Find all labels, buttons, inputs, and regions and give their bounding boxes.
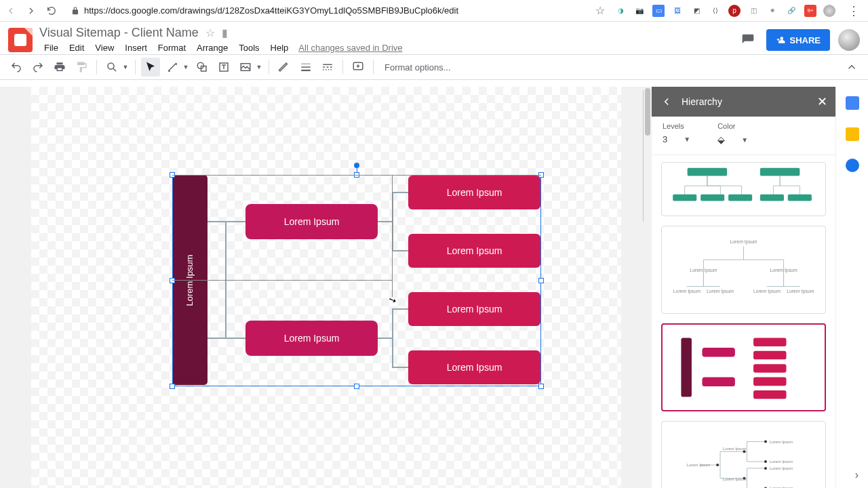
textbox-tool[interactable] [214,58,233,77]
ext-icon-9[interactable]: ✷ [766,5,778,17]
toolbar: ▼ ▼ ▼ Format options... [0,54,868,80]
ext-icon-7[interactable]: p [728,5,741,17]
menu-arrange[interactable]: Arrange [192,41,233,54]
chrome-menu-icon[interactable]: ⋮ [845,3,863,18]
nav-back-icon[interactable] [5,5,16,16]
line-tool[interactable] [163,58,182,77]
tasks-addon-icon[interactable] [846,159,859,172]
redo-button[interactable] [28,58,47,77]
line-color-button[interactable] [275,58,294,77]
line-dash-button[interactable] [318,58,337,77]
ext-icon-8[interactable]: ◫ [747,5,760,17]
calendar-addon-icon[interactable] [846,96,859,110]
svg-text:Lorem Ipsum: Lorem Ipsum [730,239,757,245]
shape-tool[interactable] [193,58,212,77]
svg-rect-35 [753,351,786,360]
ext-icon-3[interactable]: ▭ [652,5,665,17]
format-options-button[interactable]: Format options... [379,62,456,73]
resize-handle-se[interactable] [538,384,544,389]
lock-icon [71,6,80,16]
ext-icon-5[interactable]: ◩ [690,5,703,17]
ext-icon-1[interactable]: ◑ [614,5,627,17]
line-dropdown[interactable]: ▼ [182,64,190,70]
chevron-down-icon: ▼ [684,136,690,143]
svg-point-0 [108,63,114,69]
menu-edit[interactable]: Edit [64,41,89,54]
print-button[interactable] [50,58,69,77]
comments-icon[interactable] [738,30,758,50]
panel-close-icon[interactable]: ✕ [817,94,827,109]
levels-control[interactable]: Levels 3▼ [663,122,690,145]
svg-rect-10 [327,66,329,68]
svg-rect-31 [681,338,692,396]
svg-rect-33 [702,378,734,387]
menu-file[interactable]: File [39,41,63,54]
line-weight-button[interactable] [296,58,315,77]
svg-rect-18 [760,168,800,176]
menu-insert[interactable]: Insert [120,41,152,54]
svg-point-42 [764,441,767,443]
svg-text:Lorem Ipsum: Lorem Ipsum [723,447,746,451]
share-button[interactable]: SHARE [766,29,830,51]
svg-rect-11 [330,66,332,68]
rotate-handle[interactable] [354,163,359,168]
template-option-selected[interactable] [661,323,826,411]
guide-line [172,175,541,176]
ext-icon-4[interactable]: 🖼 [671,5,684,17]
guide-line [172,280,392,281]
svg-rect-38 [753,390,786,399]
svg-text:Lorem Ipsum: Lorem Ipsum [770,460,793,464]
svg-text:Lorem Ipsum: Lorem Ipsum [753,289,781,294]
account-avatar[interactable] [838,29,860,51]
resize-handle-s[interactable] [354,384,359,389]
guide-line [392,175,393,297]
address-bar[interactable]: https://docs.google.com/drawings/d/128Zo… [66,3,586,19]
resize-handle-w[interactable] [170,278,175,283]
menu-help[interactable]: Help [266,41,294,54]
zoom-button[interactable] [102,58,121,77]
menu-tools[interactable]: Tools [234,41,264,54]
svg-text:Lorem Ipsum: Lorem Ipsum [770,466,793,470]
keep-addon-icon[interactable] [846,127,859,141]
resize-handle-e[interactable] [538,278,544,283]
resize-handle-sw[interactable] [170,384,175,389]
star-icon[interactable]: ☆ [595,4,605,17]
ext-icon-10[interactable]: 🔗 [785,5,797,17]
collapse-toolbar-icon[interactable] [842,58,861,77]
select-tool[interactable] [141,58,160,77]
browser-chrome: https://docs.google.com/drawings/d/128Zo… [0,0,868,22]
image-dropdown[interactable]: ▼ [255,64,263,70]
nav-reload-icon[interactable] [46,5,57,16]
panel-scrollbar[interactable] [644,87,652,488]
template-option[interactable]: Lorem IpsumLorem IpsumLorem IpsumLorem I… [661,226,826,314]
menu-view[interactable]: View [90,41,119,54]
chevron-down-icon: ▼ [741,136,748,144]
document-title[interactable]: Visual Sitemap - Client Name [39,26,199,40]
ext-icon-avatar[interactable] [823,5,835,17]
image-tool[interactable] [236,58,255,77]
ext-icon-2[interactable]: 📷 [633,5,646,17]
menu-format[interactable]: Format [153,41,191,54]
svg-rect-22 [760,195,784,201]
add-comment-button[interactable] [349,58,368,77]
selection-box[interactable] [172,175,541,386]
svg-rect-15 [331,69,332,70]
drawings-logo[interactable] [8,28,33,52]
zoom-dropdown[interactable]: ▼ [121,64,130,70]
menu-bar: File Edit View Insert Format Arrange Too… [39,41,731,54]
expand-rail-icon[interactable]: › [855,469,859,481]
ext-icon-11[interactable]: 9+ [804,5,816,17]
template-option[interactable] [661,162,826,216]
svg-text:Lorem Ipsum: Lorem Ipsum [707,289,734,294]
ext-icon-6[interactable]: ⟨⟩ [709,5,722,17]
template-option[interactable]: Lorem IpsumLorem IpsumLorem IpsumLorem I… [661,421,826,488]
star-doc-icon[interactable]: ☆ [205,26,215,39]
move-folder-icon[interactable]: ▮ [222,26,228,39]
paint-format-button[interactable] [72,58,91,77]
canvas[interactable]: Lorem Ipsum Lorem Ipsum Lorem Ipsum Lore… [31,87,621,488]
color-control[interactable]: Color ⬙▼ [717,122,748,145]
panel-back-icon[interactable] [660,96,673,108]
undo-button[interactable] [7,58,26,77]
nav-forward-icon[interactable] [26,5,37,16]
save-status[interactable]: All changes saved in Drive [298,43,402,53]
